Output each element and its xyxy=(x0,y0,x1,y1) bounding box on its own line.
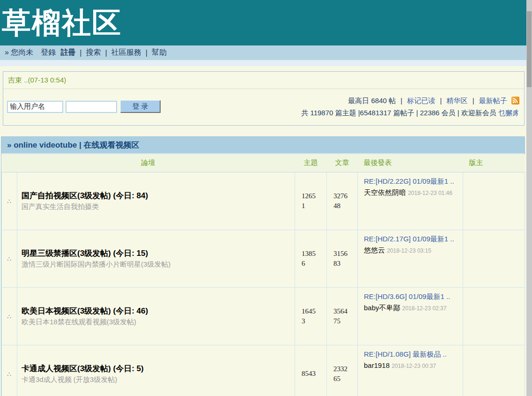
login-status-text: » 您尚未 xyxy=(5,48,33,58)
nav-services-link[interactable]: 社區服務 xyxy=(111,48,141,58)
lastpost-user: baby不卑鄙 xyxy=(364,304,400,312)
forum-description: 国产真实生活自我拍摄类 xyxy=(22,202,290,211)
stats-line1: 最高日 6840 帖 | 标记已读 | 精华区 | 最新帖子 xyxy=(301,95,519,107)
forum-status-cell: ∴ xyxy=(2,172,17,230)
notice-login-box: 吉束 ..(07-13 0:54) 登 录 最高日 6840 帖 | 标记已读 … xyxy=(3,71,525,126)
posts-count-cell: 315683 xyxy=(327,230,358,287)
max-posts-text: 最高日 6840 帖 xyxy=(348,97,396,105)
table-row: ∴ 明星三级禁播区(3级发帖) (今日: 15) 激情三级片断国际国内禁播小片断… xyxy=(2,230,525,287)
lastpost-link[interactable]: RE:[HD/3.6G] 01/09最新1 .. xyxy=(364,292,450,300)
lastpost-date: 2018-12-23 00:37 xyxy=(392,363,436,369)
forum-cell: 欧美日本视频区(3级发帖) (今日: 46) 欧美日本18禁在线观看视频(3级发… xyxy=(17,287,295,345)
scrollbar-thumb[interactable] xyxy=(527,11,532,87)
posts-count-cell: 233265 xyxy=(327,345,358,396)
threads-count-cell: 16453 xyxy=(295,287,327,345)
lastpost-cell: RE:[HD/2.17G] 01/09最新1 .. 悠悠云 2018-12-23… xyxy=(358,230,463,287)
column-header-posts: 文章 xyxy=(327,154,358,172)
lastpost-cell: RE:[HD/2.22G] 01/09最新1 .. 天空依然阴暗 2018-12… xyxy=(358,172,463,230)
new-member-link[interactable]: 乜獬豸 xyxy=(498,109,519,117)
totals-text: 共 119870 篇主题 |65481317 篇帖子 | 22386 会员 | … xyxy=(301,109,496,117)
forum-category-box: » online videotube | 在线观看视频区 論壇 主題 文章 最後… xyxy=(1,136,525,396)
moderator-cell xyxy=(463,287,525,345)
lastpost-cell: RE:[HD/1.08G] 最新极品 .. bar1918 2018-12-23… xyxy=(358,345,463,396)
login-form: 登 录 xyxy=(7,100,161,113)
rss-icon[interactable] xyxy=(511,97,519,107)
login-stats-row: 登 录 最高日 6840 帖 | 标记已读 | 精华区 | 最新帖子 xyxy=(3,89,524,125)
nav-help-link[interactable]: 幫助 xyxy=(152,48,167,58)
login-button[interactable]: 登 录 xyxy=(120,100,161,113)
table-row: ∴ 国产自拍视频区(3级发帖) (今日: 84) 国产真实生活自我拍摄类 126… xyxy=(2,172,525,230)
newest-posts-link[interactable]: 最新帖子 xyxy=(479,97,507,105)
forum-status-cell: ∴ xyxy=(2,230,17,287)
moderator-cell xyxy=(463,172,525,230)
lastpost-date: 2018-12-23 01:46 xyxy=(408,190,452,196)
posts-count-cell: 327648 xyxy=(327,172,358,230)
separator: | xyxy=(105,49,107,57)
posts-count-cell: 356475 xyxy=(327,287,358,345)
password-input[interactable] xyxy=(66,101,117,113)
notice-text: 吉束 ..(07-13 0:54) xyxy=(3,72,524,89)
lastpost-date: 2018-12-23 03:15 xyxy=(387,247,431,254)
nav-register-link[interactable]: 註冊 xyxy=(60,48,75,58)
separator: | xyxy=(473,97,474,105)
forum-status-cell: ∴ xyxy=(2,345,17,396)
forum-icon: ∴ xyxy=(7,255,11,262)
table-row: ∴ 卡通成人视频区(3级发帖) (今日: 5) 卡通3d成人视频 (开放3级发帖… xyxy=(2,345,525,396)
separator: | xyxy=(400,97,402,105)
site-header: 草榴社区 xyxy=(0,0,526,45)
mark-read-link[interactable]: 标记已读 xyxy=(407,97,435,105)
page-content: 草榴社区 » 您尚未 登錄 註冊 | 搜索 | 社區服務 | 幫助 吉束 ..(… xyxy=(0,0,526,396)
board-stats: 最高日 6840 帖 | 标记已读 | 精华区 | 最新帖子 xyxy=(301,95,519,118)
lastpost-date: 2018-12-23 02:37 xyxy=(402,305,447,312)
forum-status-cell: ∴ xyxy=(2,287,17,345)
column-header-threads: 主題 xyxy=(295,154,327,172)
threads-count-cell: 13856 xyxy=(295,230,327,287)
forum-icon: ∴ xyxy=(7,198,11,205)
navbar: » 您尚未 登錄 註冊 | 搜索 | 社區服務 | 幫助 xyxy=(0,45,526,60)
moderator-cell xyxy=(463,230,525,287)
forum-description: 欧美日本18禁在线观看视频(3级发帖) xyxy=(22,318,290,327)
threads-count-cell: 8543 xyxy=(295,345,327,396)
nav-strip xyxy=(0,60,526,66)
site-logo: 草榴社区 xyxy=(0,8,122,37)
forum-cell: 卡通成人视频区(3级发帖) (今日: 5) 卡通3d成人视频 (开放3级发帖) xyxy=(17,345,295,396)
column-header-moderator: 版主 xyxy=(463,154,525,172)
column-header-forum: 論壇 xyxy=(2,154,295,172)
separator: | xyxy=(146,49,148,57)
forum-title-link[interactable]: 明星三级禁播区(3级发帖) (今日: 15) xyxy=(22,249,148,258)
lastpost-user: 悠悠云 xyxy=(364,246,385,254)
forum-description: 卡通3d成人视频 (开放3级发帖) xyxy=(22,375,290,384)
forum-title-link[interactable]: 欧美日本视频区(3级发帖) (今日: 46) xyxy=(22,306,148,315)
lastpost-user: bar1918 xyxy=(364,361,390,369)
separator: | xyxy=(80,49,81,57)
digest-link[interactable]: 精华区 xyxy=(447,97,468,105)
lastpost-link[interactable]: RE:[HD/2.17G] 01/09最新1 .. xyxy=(364,235,454,243)
stats-line2: 共 119870 篇主题 |65481317 篇帖子 | 22386 会员 | … xyxy=(301,107,519,118)
username-input[interactable] xyxy=(7,101,63,113)
lastpost-link[interactable]: RE:[HD/2.22G] 01/09最新1 .. xyxy=(364,177,454,185)
category-title[interactable]: » online videotube | 在线观看视频区 xyxy=(1,137,525,154)
separator: | xyxy=(440,97,442,105)
forum-cell: 明星三级禁播区(3级发帖) (今日: 15) 激情三级片断国际国内禁播小片断明星… xyxy=(17,230,295,287)
threads-count-cell: 12651 xyxy=(295,172,327,230)
table-header-row: 論壇 主題 文章 最後發表 版主 xyxy=(2,154,525,172)
vertical-scrollbar[interactable] xyxy=(526,0,532,396)
table-row: ∴ 欧美日本视频区(3级发帖) (今日: 46) 欧美日本18禁在线观看视频(3… xyxy=(2,287,525,345)
column-header-lastpost: 最後發表 xyxy=(358,154,463,172)
forum-description: 激情三级片断国际国内禁播小片断明星(3级发帖) xyxy=(22,260,290,269)
lastpost-cell: RE:[HD/3.6G] 01/09最新1 .. baby不卑鄙 2018-12… xyxy=(358,287,463,345)
nav-search-link[interactable]: 搜索 xyxy=(86,48,101,58)
forum-title-link[interactable]: 国产自拍视频区(3级发帖) (今日: 84) xyxy=(22,191,148,200)
forum-table: 論壇 主題 文章 最後發表 版主 ∴ 国产自拍视频区(3级发帖) (今日: 84… xyxy=(1,154,525,396)
forum-title-link[interactable]: 卡通成人视频区(3级发帖) (今日: 5) xyxy=(22,364,144,373)
forum-cell: 国产自拍视频区(3级发帖) (今日: 84) 国产真实生活自我拍摄类 xyxy=(17,172,295,230)
forum-icon: ∴ xyxy=(7,371,11,378)
forum-icon: ∴ xyxy=(7,313,11,320)
lastpost-user: 天空依然阴暗 xyxy=(364,188,406,196)
moderator-cell xyxy=(463,345,525,396)
lastpost-link[interactable]: RE:[HD/1.08G] 最新极品 .. xyxy=(364,350,447,358)
nav-login-link[interactable]: 登錄 xyxy=(41,48,56,58)
